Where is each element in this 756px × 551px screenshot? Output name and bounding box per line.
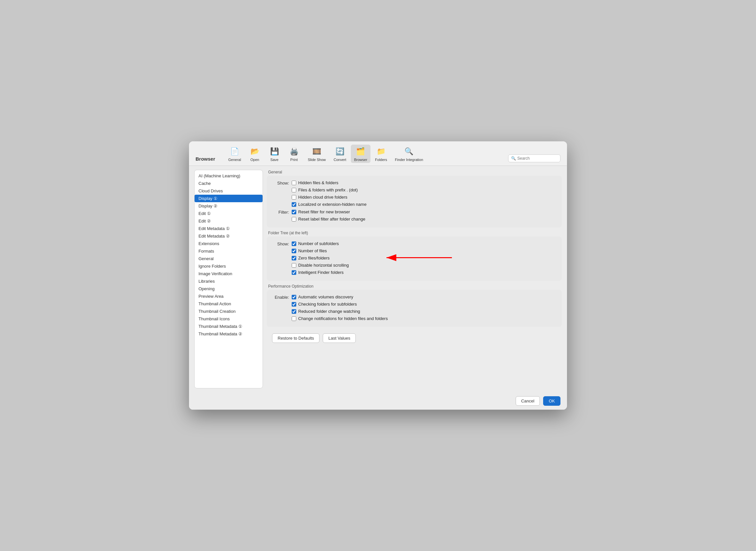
sidebar-item-thumbnail-metadata1[interactable]: Thumbnail Metadata ① — [195, 323, 263, 330]
restore-defaults-button[interactable]: Restore to Defaults — [272, 334, 319, 343]
checkbox-row-change-notifications: Change notifications for hidden files an… — [292, 316, 388, 322]
finder-integration-label: Finder Integration — [395, 158, 423, 162]
checkbox-row-auto-volumes: Automatic volumes discovery — [292, 294, 388, 300]
general-icon: 📄 — [229, 146, 240, 157]
general-filter-label: Filter: — [272, 209, 292, 215]
folder-tree-section-title: Folder Tree (at the left) — [267, 231, 562, 235]
sidebar-item-edit1[interactable]: Edit ① — [195, 210, 263, 217]
checkbox-prefix-dot[interactable] — [292, 188, 296, 192]
search-input[interactable] — [517, 156, 558, 161]
checkbox-row-checking-folders: Checking folders for subfolders — [292, 301, 388, 307]
ok-button[interactable]: OK — [543, 396, 560, 406]
sidebar-item-display1[interactable]: Display ① — [195, 195, 263, 202]
checkbox-localized-name[interactable] — [292, 202, 296, 207]
checkbox-row-localized-name: Localized or extension-hidden name — [292, 201, 367, 207]
sidebar-item-ai[interactable]: AI (Machine Learning) — [195, 172, 263, 180]
general-section: General Show: Hidden files & folders Fil… — [267, 170, 562, 227]
toolbar-item-save[interactable]: 💾 Save — [265, 145, 283, 163]
sidebar-item-display2[interactable]: Display ② — [195, 202, 263, 210]
open-icon: 📂 — [249, 146, 260, 157]
performance-section-title: Performance Optimization — [267, 284, 562, 289]
sidebar-item-thumbnail-creation[interactable]: Thumbnail Creation — [195, 308, 263, 315]
checkbox-reduced-watching[interactable] — [292, 309, 296, 314]
performance-enable-label: Enable: — [272, 294, 292, 300]
checkbox-num-subfolders[interactable] — [292, 241, 296, 246]
cancel-button[interactable]: Cancel — [516, 396, 540, 406]
performance-enable-row: Enable: Automatic volumes discovery Chec… — [272, 294, 557, 322]
search-icon: 🔍 — [511, 156, 516, 161]
checkbox-zero-files[interactable] — [292, 256, 296, 260]
sidebar-item-ignore-folders[interactable]: Ignore Folders — [195, 262, 263, 270]
performance-section-box: Enable: Automatic volumes discovery Chec… — [267, 290, 562, 327]
label-zero-files: Zero files/folders — [298, 255, 330, 260]
checkbox-reset-label[interactable] — [292, 217, 296, 221]
toolbar-item-browser[interactable]: 🗂️ Browser — [351, 145, 370, 163]
sidebar-item-thumbnail-icons[interactable]: Thumbnail Icons — [195, 315, 263, 323]
checkbox-intelligent-finder[interactable] — [292, 270, 296, 275]
print-icon: 🖨️ — [288, 146, 300, 157]
checkbox-checking-folders[interactable] — [292, 302, 296, 307]
sidebar-item-cloud-drives[interactable]: Cloud Drives — [195, 187, 263, 195]
folders-icon: 📁 — [375, 146, 387, 157]
toolbar: Browser 📄 General 📂 Open 💾 Save 🖨️ Print… — [189, 141, 567, 166]
last-values-button[interactable]: Last Values — [323, 334, 356, 343]
checkbox-row-disable-scroll: Disable horizontal scrolling — [292, 262, 349, 268]
general-section-title: General — [267, 170, 562, 174]
toolbar-item-slideshow[interactable]: 🎞️ Slide Show — [304, 145, 329, 163]
footer: Cancel OK — [189, 392, 567, 410]
checkbox-row-hidden-cloud: Hidden cloud drive folders — [292, 194, 367, 200]
window-title: Browser — [196, 156, 215, 163]
toolbar-item-print[interactable]: 🖨️ Print — [285, 145, 303, 163]
toolbar-item-convert[interactable]: 🔄 Convert — [330, 145, 350, 163]
finder-integration-icon: 🔍 — [404, 146, 415, 157]
checkbox-disable-scroll[interactable] — [292, 263, 296, 267]
checkbox-change-notifications[interactable] — [292, 317, 296, 321]
app-window: Browser 📄 General 📂 Open 💾 Save 🖨️ Print… — [189, 141, 567, 410]
label-num-files: Number of files — [298, 248, 327, 253]
label-checking-folders: Checking folders for subfolders — [298, 302, 357, 307]
toolbar-items: 📄 General 📂 Open 💾 Save 🖨️ Print 🎞️ Slid… — [225, 145, 508, 163]
folder-tree-show-row: Show: Number of subfolders Number of fil… — [272, 240, 557, 276]
search-box[interactable]: 🔍 — [508, 154, 560, 162]
arrow-svg — [383, 251, 455, 264]
sidebar-item-edit2[interactable]: Edit ② — [195, 217, 263, 225]
sidebar-item-libraries[interactable]: Libraries — [195, 278, 263, 285]
bottom-buttons: Restore to Defaults Last Values — [267, 330, 562, 346]
checkbox-row-intelligent-finder: Intelligent Finder folders — [292, 269, 349, 276]
convert-icon: 🔄 — [334, 146, 345, 157]
checkbox-row-num-files: Number of files — [292, 248, 349, 254]
folder-tree-show-checkboxes: Number of subfolders Number of files Zer… — [292, 240, 349, 276]
sidebar-item-extensions[interactable]: Extensions — [195, 240, 263, 247]
toolbar-item-folders[interactable]: 📁 Folders — [372, 145, 390, 163]
general-filter-checkboxes: Reset filter for new browser Reset label… — [292, 209, 365, 222]
sidebar: AI (Machine Learning)CacheCloud DrivesDi… — [194, 170, 263, 388]
checkbox-row-zero-files: Zero files/folders — [292, 255, 349, 261]
general-show-row: Show: Hidden files & folders Files & fol… — [272, 180, 557, 207]
general-filter-row: Filter: Reset filter for new browser Res… — [272, 209, 557, 222]
checkbox-hidden-files[interactable] — [292, 181, 296, 185]
checkbox-num-files[interactable] — [292, 249, 296, 253]
sidebar-item-formats[interactable]: Formats — [195, 247, 263, 255]
checkbox-reset-filter[interactable] — [292, 210, 296, 214]
sidebar-item-edit-metadata2[interactable]: Edit Metadata ② — [195, 232, 263, 240]
sidebar-item-image-verification[interactable]: Image Verification — [195, 270, 263, 278]
folders-label: Folders — [375, 158, 387, 162]
sidebar-item-thumbnail-metadata2[interactable]: Thumbnail Metadata ② — [195, 330, 263, 338]
checkbox-auto-volumes[interactable] — [292, 295, 296, 300]
right-panel: General Show: Hidden files & folders Fil… — [267, 170, 562, 388]
sidebar-item-thumbnail-action[interactable]: Thumbnail Action — [195, 300, 263, 308]
label-reset-filter: Reset filter for new browser — [298, 209, 350, 214]
toolbar-item-finder-integration[interactable]: 🔍 Finder Integration — [392, 145, 426, 163]
sidebar-item-opening[interactable]: Opening — [195, 285, 263, 293]
sidebar-item-general[interactable]: General — [195, 255, 263, 262]
toolbar-item-open[interactable]: 📂 Open — [246, 145, 264, 163]
checkbox-hidden-cloud[interactable] — [292, 195, 296, 199]
label-prefix-dot: Files & folders with prefix . (dot) — [298, 187, 358, 192]
toolbar-item-general[interactable]: 📄 General — [225, 145, 244, 163]
sidebar-item-cache[interactable]: Cache — [195, 180, 263, 187]
label-disable-scroll: Disable horizontal scrolling — [298, 263, 349, 267]
folder-tree-show-label: Show: — [272, 240, 292, 246]
sidebar-item-edit-metadata1[interactable]: Edit Metadata ① — [195, 225, 263, 232]
sidebar-item-preview-area[interactable]: Preview Area — [195, 293, 263, 300]
save-label: Save — [270, 158, 279, 162]
